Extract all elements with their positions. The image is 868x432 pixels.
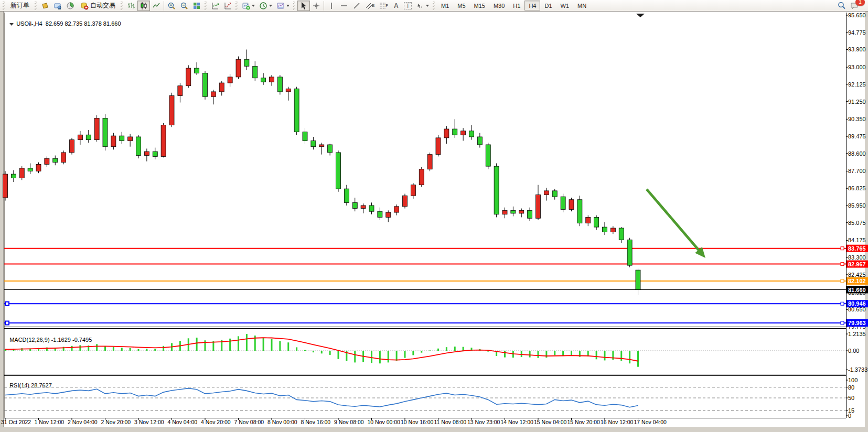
date-label: 14 Nov 12:00	[501, 419, 534, 425]
candle-down	[303, 132, 307, 141]
macd-name: MACD(12,26,9)	[9, 337, 49, 343]
rsi-tick-label: 0	[848, 413, 851, 419]
candle-up	[569, 200, 574, 210]
candle-up	[111, 136, 116, 147]
candle-up	[419, 169, 424, 185]
mt4-terminal: { "toolbar": { "new_order_label": "新订单",…	[0, 0, 868, 432]
candle-down	[469, 131, 474, 137]
date-label: 17 Nov 04:00	[634, 419, 667, 425]
candle-down	[552, 191, 557, 197]
candle-up	[403, 196, 408, 207]
candle-up	[286, 89, 291, 92]
price-tick-label: 95.650	[848, 12, 866, 18]
date-label: 4 Nov 20:00	[201, 419, 231, 425]
price-line-label-83.765: 83.765	[848, 245, 866, 252]
candle-up	[436, 138, 441, 155]
candle-down	[378, 211, 382, 217]
candle-down	[28, 168, 33, 171]
candle-down	[53, 158, 58, 162]
date-label: 11 Nov 08:00	[434, 419, 467, 425]
candle-down	[511, 210, 516, 213]
rsi-tick-label: 100	[848, 377, 858, 383]
macd-tick-label: -1.3733	[848, 366, 867, 373]
candle-up	[270, 77, 274, 82]
candle-up	[444, 129, 449, 138]
price-tick-label: 85.075	[848, 220, 866, 226]
candle-down	[577, 200, 582, 223]
price-tick-label: 82.425	[848, 272, 866, 278]
candle-up	[544, 191, 549, 195]
price-tick-label: 90.350	[848, 116, 866, 122]
candle-up	[161, 125, 166, 157]
date-label: 2 Nov 04:00	[68, 419, 98, 425]
candle-down	[336, 153, 341, 189]
macd-signal-line	[5, 338, 638, 361]
macd-label: MACD(12,26,9) -1.1629 -0.7495	[6, 330, 92, 343]
candle-up	[519, 210, 524, 213]
candle-up	[361, 206, 366, 209]
ohlc-values: 82.659 82.735 81.378 81.660	[46, 20, 121, 27]
date-label: 15 Nov 04:00	[534, 419, 567, 425]
trend-arrow-line[interactable]	[647, 189, 701, 252]
candle-up	[394, 207, 399, 212]
candle-down	[477, 137, 482, 145]
line-select-marker[interactable]	[5, 321, 9, 325]
candle-up	[610, 228, 615, 232]
candle-up	[61, 153, 66, 163]
price-tick-label: 86.825	[848, 185, 866, 191]
candle-down	[486, 145, 490, 166]
price-line-label-81.660: 81.660	[848, 287, 866, 293]
rsi-label: RSI(14) 28.7627	[6, 376, 52, 388]
date-label: 8 Nov 16:00	[301, 419, 331, 425]
price-tick-label: 85.950	[848, 202, 866, 209]
candle-down	[453, 129, 457, 135]
candle-up	[228, 77, 232, 83]
date-label: 16 Nov 12:00	[601, 419, 634, 425]
price-tick-label: 92.125	[848, 81, 866, 88]
candle-down	[603, 227, 607, 232]
candle-up	[70, 140, 74, 153]
line-select-marker[interactable]	[5, 302, 9, 306]
symbol-period-label: USOil-,H4	[16, 20, 42, 27]
candle-down	[528, 210, 532, 218]
candle-down	[253, 66, 258, 78]
rsi-tick-label: 80	[848, 384, 854, 391]
date-label: 7 Nov 08:00	[234, 419, 264, 425]
candle-down	[344, 189, 349, 202]
candle-down	[103, 118, 108, 146]
price-tick-label: 93.000	[848, 64, 866, 70]
candle-up	[36, 164, 41, 171]
price-tick-label: 94.775	[848, 29, 866, 36]
price-tick-label: 91.250	[848, 99, 866, 105]
candle-up	[169, 95, 174, 125]
price-tick-label: 84.175	[848, 237, 866, 243]
candle-up	[236, 59, 241, 77]
line-end-marker	[841, 302, 844, 305]
date-label: 13 Nov 23:00	[467, 419, 500, 425]
rsi-value: 28.7627	[31, 382, 52, 388]
price-line-label-82.967: 82.967	[848, 261, 866, 267]
chart-title: USOil-,H4 82.659 82.735 81.378 81.660	[6, 14, 121, 27]
date-label: 31 Oct 2022	[1, 419, 31, 425]
candle-down	[244, 59, 249, 66]
chart-list-dropdown-icon[interactable]	[9, 23, 14, 26]
scroll-position-marker[interactable]	[636, 14, 645, 17]
candle-up	[178, 86, 183, 96]
price-tick-label: 89.475	[848, 133, 866, 139]
candle-up	[586, 217, 591, 223]
candle-down	[120, 136, 124, 141]
candle-down	[203, 73, 208, 96]
candle-down	[594, 217, 599, 227]
candle-down	[153, 152, 157, 156]
candle-up	[411, 185, 415, 196]
candle-down	[369, 206, 374, 211]
candle-up	[427, 155, 432, 169]
macd-values: -1.1629 -0.7495	[51, 337, 92, 343]
candle-up	[386, 212, 391, 217]
chart-canvas[interactable]: 95.65094.77593.90093.00092.12591.25090.3…	[0, 0, 868, 432]
candle-up	[144, 152, 149, 155]
price-line-label-82.102: 82.102	[848, 278, 866, 284]
rsi-name: RSI(14)	[9, 382, 29, 388]
candle-up	[319, 145, 324, 147]
date-label: 9 Nov 08:00	[334, 419, 364, 425]
